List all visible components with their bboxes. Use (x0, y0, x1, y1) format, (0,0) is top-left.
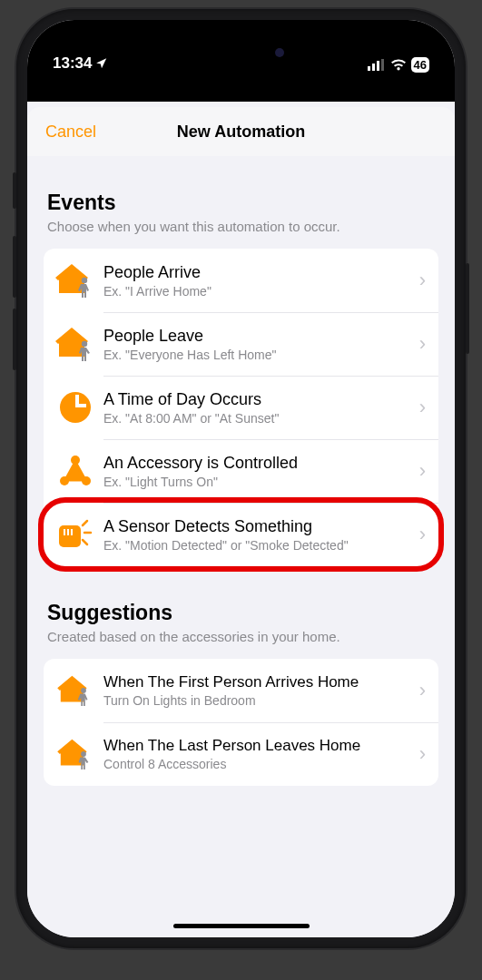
phone-frame: 13:34 46 Search (16, 9, 466, 948)
svg-point-7 (71, 456, 80, 465)
events-subtitle: Choose when you want this automation to … (47, 219, 435, 234)
chevron-right-icon: › (414, 523, 426, 546)
chevron-right-icon: › (414, 459, 426, 483)
screen: 13:34 46 Search (27, 20, 455, 937)
cellular-icon (368, 59, 386, 71)
svg-point-15 (81, 751, 86, 757)
clock-icon (54, 387, 96, 428)
svg-point-8 (60, 476, 69, 485)
svg-rect-0 (368, 66, 370, 71)
page-title: New Automation (177, 122, 305, 142)
suggestions-list: When The First Person Arrives Home Turn … (44, 659, 438, 786)
event-sub: Ex. "At 8:00 AM" or "At Sunset" (103, 411, 414, 426)
dynamic-island (182, 36, 300, 69)
suggestions-subtitle: Created based on the accessories in your… (47, 629, 435, 644)
suggestion-sub: Turn On Lights in Bedroom (103, 693, 414, 708)
svg-point-5 (82, 341, 87, 347)
sensor-icon (54, 514, 96, 555)
chevron-right-icon: › (414, 332, 426, 356)
home-indicator[interactable] (173, 924, 310, 928)
event-sub: Ex. "Everyone Has Left Home" (103, 348, 414, 362)
svg-rect-10 (59, 525, 81, 547)
svg-point-14 (81, 688, 86, 693)
event-sub: Ex. "Motion Detected" or "Smoke Detected… (103, 538, 414, 553)
battery-icon: 46 (411, 57, 429, 73)
cancel-button[interactable]: Cancel (45, 122, 96, 142)
events-list: People Arrive Ex. "I Arrive Home" › (44, 249, 438, 566)
suggestion-row-last-leaves[interactable]: When The Last Person Leaves Home Control… (44, 722, 438, 786)
status-time: 13:34 (53, 54, 92, 73)
event-title: A Sensor Detects Something (103, 517, 414, 536)
suggestions-title: Suggestions (47, 601, 435, 625)
svg-point-9 (82, 476, 91, 485)
chevron-right-icon: › (414, 396, 426, 419)
event-row-people-leave[interactable]: People Leave Ex. "Everyone Has Left Home… (44, 312, 438, 376)
events-header: Events Choose when you want this automat… (44, 156, 438, 238)
accessory-network-icon (54, 450, 96, 492)
suggestion-sub: Control 8 Accessories (103, 757, 414, 771)
nav-bar: Cancel New Automation (27, 107, 455, 156)
event-title: People Arrive (103, 263, 414, 282)
svg-rect-2 (377, 61, 379, 71)
suggestion-row-first-arrives[interactable]: When The First Person Arrives Home Turn … (44, 659, 438, 722)
event-row-time-of-day[interactable]: A Time of Day Occurs Ex. "At 8:00 AM" or… (44, 376, 438, 439)
events-title: Events (47, 191, 435, 215)
event-title: A Time of Day Occurs (103, 390, 414, 409)
event-title: An Accessory is Controlled (103, 454, 414, 473)
chevron-right-icon: › (414, 269, 426, 292)
event-row-people-arrive[interactable]: People Arrive Ex. "I Arrive Home" › (44, 249, 438, 312)
home-person-arrive-icon (54, 260, 96, 301)
svg-rect-1 (372, 64, 375, 71)
suggestion-title: When The Last Person Leaves Home (103, 737, 414, 755)
suggestions-header: Suggestions Created based on the accesso… (44, 566, 438, 648)
svg-point-4 (82, 278, 87, 283)
event-title: People Leave (103, 327, 414, 346)
event-row-sensor-detects[interactable]: A Sensor Detects Something Ex. "Motion D… (44, 503, 438, 566)
home-person-arrive-icon (54, 670, 96, 711)
svg-rect-11 (64, 529, 65, 535)
svg-rect-13 (71, 529, 73, 535)
location-icon (95, 57, 108, 70)
event-row-accessory-controlled[interactable]: An Accessory is Controlled Ex. "Light Tu… (44, 439, 438, 503)
suggestion-title: When The First Person Arrives Home (103, 673, 414, 691)
home-person-leave-icon (54, 323, 96, 365)
wifi-icon (390, 59, 407, 71)
svg-rect-3 (381, 59, 384, 71)
event-sub: Ex. "Light Turns On" (103, 475, 414, 489)
modal-sheet: Cancel New Automation Events Choose when… (27, 107, 455, 937)
svg-rect-12 (67, 529, 69, 535)
chevron-right-icon: › (414, 679, 426, 702)
event-sub: Ex. "I Arrive Home" (103, 284, 414, 299)
home-person-leave-icon (54, 733, 96, 775)
chevron-right-icon: › (414, 742, 426, 766)
